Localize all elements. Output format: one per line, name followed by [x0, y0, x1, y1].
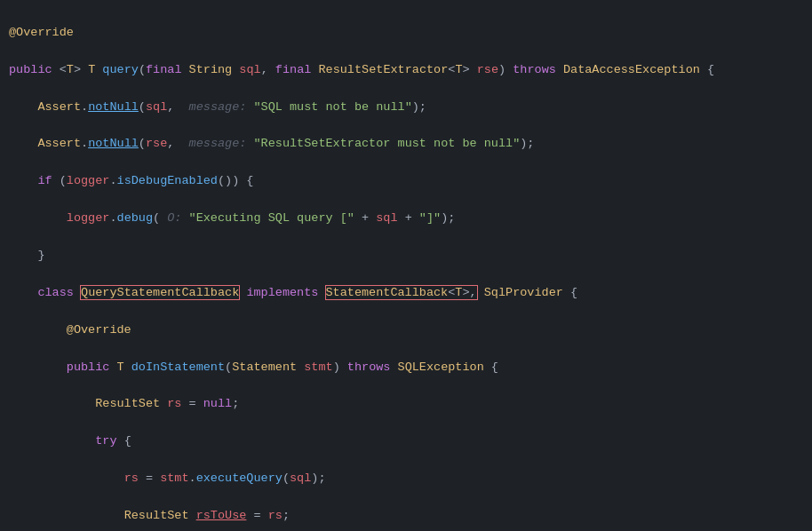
line-resultset-touse: ResultSet rsToUse = rs;: [9, 509, 290, 522]
line-public-query: public <T> T query(final String sql, fin…: [9, 63, 714, 76]
line-execute-query: rs = stmt.executeQuery(sql);: [9, 472, 326, 485]
line-doInStatement: public T doInStatement(Statement stmt) t…: [9, 361, 498, 374]
line-annotation-override-2: @Override: [9, 323, 131, 337]
code-editor: @Override public <T> T query(final Strin…: [0, 0, 812, 531]
line-class-decl: class QueryStatementCallback implements …: [9, 286, 577, 299]
line-if-debug: if (logger.isDebugEnabled()) {: [9, 174, 253, 187]
line-try: try {: [9, 434, 131, 448]
line-assert-rse: Assert.notNull(rse, message: "ResultSetE…: [9, 137, 534, 150]
line-logger-debug: logger.debug( O: "Executing SQL query ["…: [9, 211, 455, 225]
line-resultset-null: ResultSet rs = null;: [9, 397, 239, 410]
line-assert-sql: Assert.notNull(sql, message: "SQL must n…: [9, 100, 426, 114]
annotation-override-1: @Override: [9, 26, 74, 39]
line-close-debug: }: [9, 249, 45, 262]
